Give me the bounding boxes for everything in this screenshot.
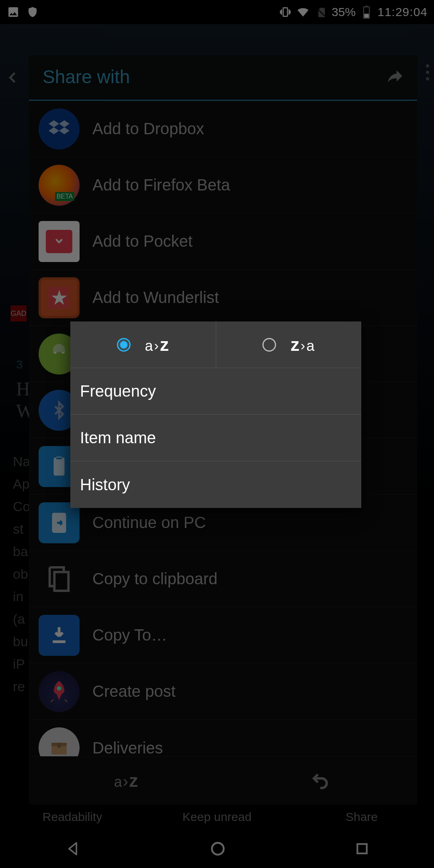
radio-off-icon [262, 338, 276, 352]
sort-ascending-button[interactable]: a›z [70, 321, 216, 368]
sort-popup: a›z z›a Frequency Item name History [70, 321, 361, 508]
sort-desc-label: z›a [291, 335, 315, 355]
sort-descending-button[interactable]: z›a [216, 321, 362, 368]
radio-on-icon [117, 338, 131, 352]
sort-direction-row: a›z z›a [70, 321, 361, 368]
sort-option-item-name[interactable]: Item name [70, 415, 361, 461]
sort-option-frequency[interactable]: Frequency [70, 368, 361, 415]
sort-option-history[interactable]: History [70, 461, 361, 508]
sort-asc-label: a›z [145, 335, 169, 355]
